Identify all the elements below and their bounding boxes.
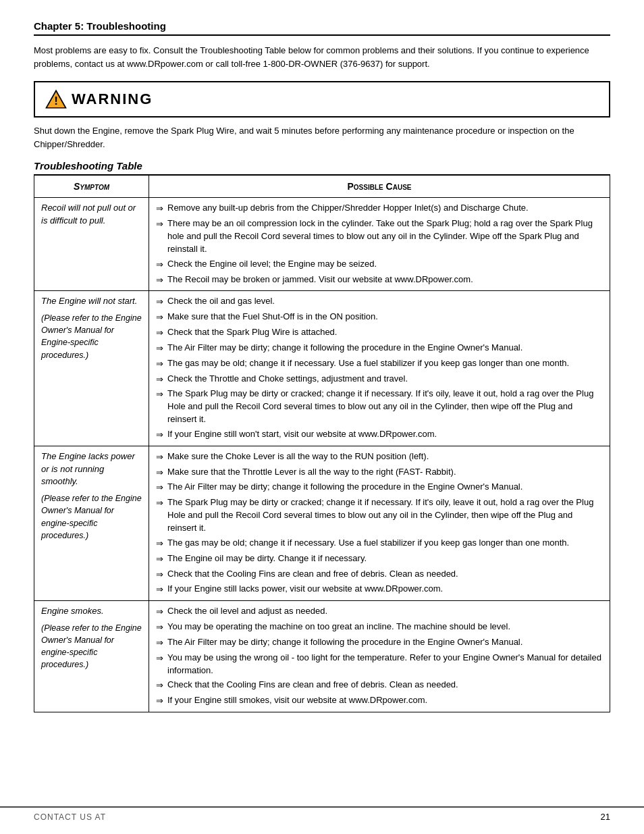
arrow-icon: ⇒ (156, 451, 163, 464)
cause-cell: ⇒Make sure the Choke Lever is all the wa… (149, 446, 610, 600)
cause-text: If your Engine still lacks power, visit … (167, 583, 443, 596)
cause-text: Make sure the Choke Lever is all the way… (167, 450, 429, 463)
symptom-note: (Please refer to the Engine Owner's Manu… (41, 492, 142, 542)
symptom-text: The Engine will not start. (41, 296, 137, 306)
cause-text: The Recoil may be broken or jammed. Visi… (167, 273, 473, 286)
cause-list: ⇒Make sure the Choke Lever is all the wa… (156, 450, 603, 596)
symptom-cell: The Engine lacks power or is not running… (34, 446, 149, 600)
cause-text: Check that the Cooling Fins are clean an… (167, 679, 458, 692)
cause-list: ⇒Check the oil and gas level.⇒Make sure … (156, 295, 603, 441)
cause-text: The gas may be old; change it if necessa… (167, 537, 569, 550)
cause-item: ⇒Check the oil and gas level. (156, 295, 603, 309)
warning-container: ! WARNING Shut down the Engine, remove t… (34, 81, 610, 151)
table-row: Engine smokes.(Please refer to the Engin… (34, 601, 610, 712)
intro-text: Most problems are easy to fix. Consult t… (34, 44, 610, 70)
symptom-note: (Please refer to the Engine Owner's Manu… (41, 312, 142, 361)
cause-text: Check the oil level and adjust as needed… (167, 605, 327, 618)
cause-item: ⇒You may be using the wrong oil - too li… (156, 652, 603, 677)
cause-cell: ⇒Check the oil and gas level.⇒Make sure … (149, 291, 610, 446)
cause-item: ⇒The Recoil may be broken or jammed. Vis… (156, 273, 603, 287)
cause-cell: ⇒Remove any built-up debris from the Chi… (149, 198, 610, 291)
symptom-text: Recoil will not pull out or is difficult… (41, 203, 136, 226)
page: Chapter 5: Troubleshooting Most problems… (0, 0, 644, 834)
cause-item: ⇒The gas may be old; change it if necess… (156, 537, 603, 550)
cause-text: You may be operating the machine on too … (167, 621, 510, 633)
symptom-cell: The Engine will not start.(Please refer … (34, 291, 149, 446)
symptom-text: The Engine lacks power or is not running… (41, 451, 135, 487)
cause-item: ⇒Make sure the Choke Lever is all the wa… (156, 450, 603, 464)
cause-item: ⇒If your Engine still smokes, visit our … (156, 694, 603, 708)
arrow-icon: ⇒ (156, 497, 163, 510)
cause-item: ⇒Check that the Cooling Fins are clean a… (156, 679, 603, 692)
cause-item: ⇒If your Engine still won't start, visit… (156, 428, 603, 442)
symptom-text: Engine smokes. (41, 606, 104, 616)
symptom-note: (Please refer to the Engine Owner's Manu… (41, 622, 142, 671)
cause-item: ⇒The Air Filter may be dirty; change it … (156, 636, 603, 650)
cause-list: ⇒Check the oil level and adjust as neede… (156, 605, 603, 708)
arrow-icon: ⇒ (156, 481, 163, 494)
table-row: Recoil will not pull out or is difficult… (34, 198, 610, 291)
footer-page-number: 21 (601, 812, 610, 822)
table-row: The Engine lacks power or is not running… (34, 446, 610, 600)
cause-item: ⇒The Engine oil may be dirty. Change it … (156, 552, 603, 566)
cause-text: The Spark Plug may be dirty or cracked; … (167, 388, 603, 426)
table-row: The Engine will not start.(Please refer … (34, 291, 610, 446)
arrow-icon: ⇒ (156, 679, 163, 692)
arrow-icon: ⇒ (156, 327, 163, 340)
cause-text: Check that the Spark Plug Wire is attach… (167, 326, 337, 339)
cause-text: Check the Engine oil level; the Engine m… (167, 258, 377, 271)
cause-text: If your Engine still smokes, visit our w… (167, 694, 427, 707)
cause-header: Possible Cause (149, 176, 610, 198)
arrow-icon: ⇒ (156, 467, 163, 479)
cause-item: ⇒The gas may be old; change it if necess… (156, 357, 603, 371)
cause-text: Check that the Cooling Fins are clean an… (167, 568, 458, 581)
page-footer: CONTACT US AT 21 (0, 806, 644, 822)
arrow-icon: ⇒ (156, 388, 163, 401)
cause-text: If your Engine still won't start, visit … (167, 428, 437, 441)
arrow-icon: ⇒ (156, 583, 163, 596)
cause-item: ⇒Check the Engine oil level; the Engine … (156, 258, 603, 271)
symptom-cell: Engine smokes.(Please refer to the Engin… (34, 601, 149, 712)
arrow-icon: ⇒ (156, 569, 163, 581)
arrow-icon: ⇒ (156, 311, 163, 324)
arrow-icon: ⇒ (156, 637, 163, 650)
cause-item: ⇒Check the Throttle and Choke settings, … (156, 373, 603, 386)
cause-item: ⇒Remove any built-up debris from the Chi… (156, 202, 603, 215)
cause-item: ⇒Check that the Cooling Fins are clean a… (156, 568, 603, 581)
troubleshooting-table: Symptom Possible Cause Recoil will not p… (34, 175, 610, 712)
cause-text: The Air Filter may be dirty; change it f… (167, 342, 522, 355)
arrow-icon: ⇒ (156, 538, 163, 550)
cause-text: Check the Throttle and Choke settings, a… (167, 373, 408, 386)
cause-item: ⇒The Air Filter may be dirty; change it … (156, 481, 603, 494)
warning-box: ! WARNING (34, 81, 610, 118)
cause-item: ⇒Check that the Spark Plug Wire is attac… (156, 326, 603, 340)
arrow-icon: ⇒ (156, 203, 163, 215)
arrow-icon: ⇒ (156, 259, 163, 271)
cause-cell: ⇒Check the oil level and adjust as neede… (149, 601, 610, 712)
cause-item: ⇒Make sure that the Throttle Lever is al… (156, 466, 603, 479)
warning-text: Shut down the Engine, remove the Spark P… (34, 124, 610, 151)
cause-text: The Spark Plug may be dirty or cracked; … (167, 496, 603, 535)
cause-text: Make sure that the Fuel Shut-Off is in t… (167, 311, 378, 323)
arrow-icon: ⇒ (156, 296, 163, 309)
cause-text: You may be using the wrong oil - too lig… (167, 652, 603, 677)
cause-item: ⇒If your Engine still lacks power, visit… (156, 583, 603, 596)
arrow-icon: ⇒ (156, 342, 163, 355)
cause-text: The Air Filter may be dirty; change it f… (167, 636, 522, 649)
warning-triangle-icon: ! (45, 88, 68, 111)
cause-item: ⇒There may be an oil compression lock in… (156, 217, 603, 256)
cause-item: ⇒You may be operating the machine on too… (156, 621, 603, 634)
arrow-icon: ⇒ (156, 621, 163, 634)
cause-item: ⇒The Spark Plug may be dirty or cracked;… (156, 496, 603, 535)
cause-text: There may be an oil compression lock in … (167, 217, 603, 256)
cause-item: ⇒The Air Filter may be dirty; change it … (156, 342, 603, 355)
arrow-icon: ⇒ (156, 429, 163, 442)
arrow-icon: ⇒ (156, 274, 163, 287)
svg-text:!: ! (54, 95, 58, 108)
arrow-icon: ⇒ (156, 218, 163, 231)
symptom-cell: Recoil will not pull out or is difficult… (34, 198, 149, 291)
arrow-icon: ⇒ (156, 652, 163, 665)
cause-item: ⇒The Spark Plug may be dirty or cracked;… (156, 388, 603, 426)
warning-label: WARNING (72, 92, 153, 107)
arrow-icon: ⇒ (156, 358, 163, 371)
